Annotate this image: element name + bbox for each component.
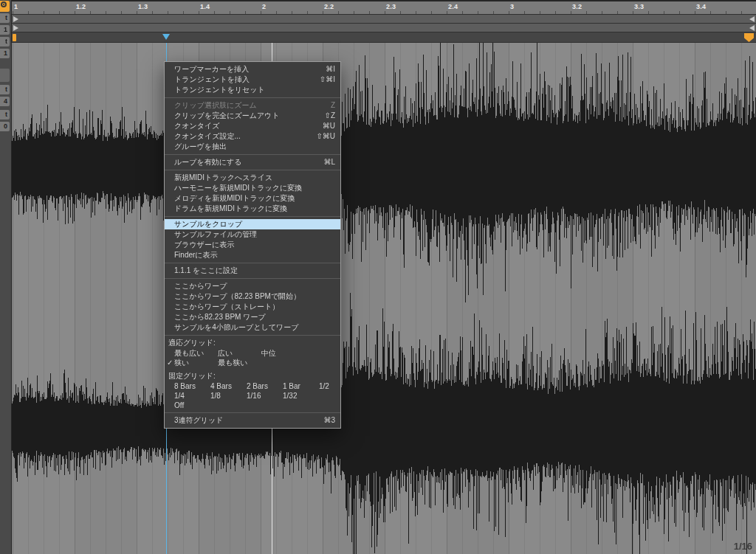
rail-button[interactable]: 4 [0, 97, 10, 106]
context-menu-item[interactable]: ワープマーカーを挿入⌘I [165, 64, 340, 75]
context-menu-item[interactable]: ドラムを新規MIDIトラックに変換 [165, 204, 340, 214]
context-menu-section: 適応グリッド:最も広い広い中位狭い✓最も狭い固定グリッド:8 Bars4 Bar… [165, 335, 340, 412]
beat-label: 2.3 [386, 3, 396, 10]
context-menu-section: ここからワープここからワープ（82.23 BPMで開始）ここからワープ（ストレー… [165, 278, 340, 335]
loop-toggle-icon[interactable] [0, 1, 10, 12]
context-menu-item[interactable]: トランジェントをリセット [165, 85, 340, 95]
beat-label: 2.4 [448, 3, 458, 10]
grid-option[interactable]: 1 Bar [283, 381, 319, 391]
menu-item-label: トランジェントを挿入 [174, 75, 250, 85]
context-menu-item[interactable]: ここから82.23 BPM ワープ [165, 312, 340, 322]
menu-item-label: メロディを新規MIDIトラックに変換 [174, 193, 295, 204]
grid-section-label: 適応グリッド: [165, 338, 340, 348]
grid-option[interactable]: 中位 [261, 348, 305, 358]
context-menu-item[interactable]: ここからワープ（82.23 BPMで開始） [165, 291, 340, 302]
context-menu-item[interactable]: グルーヴを抽出 [165, 142, 340, 152]
rail-button[interactable]: t [0, 13, 10, 23]
marker-lane[interactable] [12, 32, 756, 43]
grid-option[interactable]: 1/32 [283, 391, 319, 401]
warp-marker-icon[interactable] [162, 34, 170, 40]
rail-button[interactable]: 1 [0, 49, 10, 58]
menu-item-label: 新規MIDIトラックへスライス [174, 173, 272, 183]
context-menu-item[interactable]: クリップを完全にズームアウト⇧Z [165, 111, 340, 121]
context-menu-item[interactable]: ここからワープ [165, 281, 340, 291]
context-menu-section: 1.1.1 をここに設定 [165, 263, 340, 278]
rail-button[interactable]: 0 [0, 122, 10, 131]
context-menu-section: 3連符グリッド⌘3 [165, 412, 340, 428]
rail-button[interactable]: 1 [0, 25, 10, 35]
context-menu-section: ループを有効にする⌘L [165, 154, 340, 170]
grid-option[interactable]: 狭い✓ [174, 358, 218, 367]
context-menu-item[interactable]: サンプルファイルの管理 [165, 229, 340, 240]
sample-editor: t1t1t4t0 11.21.31.422.22.32.433.23.33.4 … [0, 0, 756, 554]
rail-button[interactable]: t [0, 110, 10, 120]
loop-end-icon[interactable] [749, 16, 755, 22]
menu-item-shortcut: ⌘L [323, 157, 335, 167]
context-menu-item[interactable]: 新規MIDIトラックへスライス [165, 173, 340, 183]
loop-start-icon[interactable] [13, 25, 18, 31]
grid-option[interactable]: 最も広い [174, 348, 218, 358]
menu-item-shortcut: ⇧⌘U [316, 131, 335, 142]
rail-button[interactable] [0, 69, 10, 82]
beat-label: 3.4 [696, 3, 706, 10]
grid-option[interactable]: 1/4 [174, 391, 210, 401]
context-menu-item[interactable]: クオンタイズ⌘U [165, 121, 340, 131]
context-menu-item[interactable]: 3連符グリッド⌘3 [165, 415, 340, 426]
grid-option-row: Off [165, 401, 340, 410]
grid-option[interactable]: Off [174, 401, 210, 410]
menu-item-label: ここからワープ（82.23 BPMで開始） [174, 291, 300, 302]
context-menu-item[interactable]: クオンタイズ設定...⇧⌘U [165, 131, 340, 142]
context-menu-item[interactable]: サンプルをクロップ [165, 219, 340, 229]
rail-button[interactable]: t [0, 85, 10, 94]
menu-item-label: ここから82.23 BPM ワープ [174, 312, 266, 322]
beat-label: 3 [510, 3, 514, 10]
rail-button[interactable]: t [0, 37, 10, 46]
left-rail: t1t1t4t0 [0, 0, 12, 554]
beat-ruler[interactable]: 11.21.31.422.22.32.433.23.33.4 [12, 0, 756, 14]
sample-start-marker-icon[interactable] [13, 34, 16, 41]
grid-option[interactable]: 1/16 [247, 391, 283, 401]
menu-item-label: Finderに表示 [174, 250, 218, 260]
loop-lane-bottom[interactable] [12, 23, 756, 32]
grid-option[interactable]: 広い [218, 348, 261, 358]
beat-label: 2 [262, 3, 266, 10]
waveform-canvas[interactable] [12, 43, 756, 554]
menu-item-label: グルーヴを抽出 [174, 142, 227, 152]
grid-option[interactable]: 最も狭い [218, 358, 261, 367]
context-menu-item[interactable]: ハーモニーを新規MIDIトラックに変換 [165, 183, 340, 193]
context-menu-item[interactable]: トランジェントを挿入⇧⌘I [165, 75, 340, 85]
beat-label: 1.4 [200, 3, 210, 10]
menu-item-shortcut: ⌘U [323, 121, 335, 131]
context-menu-item[interactable]: 1.1.1 をここに設定 [165, 266, 340, 276]
grid-option[interactable]: 4 Bars [210, 381, 247, 391]
menu-item-label: クオンタイズ [174, 121, 219, 131]
beat-label: 1 [14, 3, 18, 10]
loop-start-icon[interactable] [13, 16, 18, 22]
context-menu-item[interactable]: ここからワープ（ストレート） [165, 302, 340, 312]
sample-end-marker-icon[interactable] [744, 33, 754, 42]
grid-option[interactable]: 2 Bars [247, 381, 283, 391]
grid-option[interactable]: 1/8 [210, 391, 247, 401]
context-menu-item[interactable]: Finderに表示 [165, 250, 340, 260]
loop-end-icon[interactable] [749, 25, 755, 31]
menu-item-label: ここからワープ（ストレート） [174, 302, 279, 312]
context-menu-item: クリップ選択肢にズームZ [165, 100, 340, 111]
beat-label: 3.3 [634, 3, 644, 10]
grid-option-row: 1/41/81/161/32 [165, 391, 340, 401]
menu-item-shortcut: Z [331, 100, 335, 111]
grid-option-row: 8 Bars4 Bars2 Bars1 Bar1/2 [165, 381, 340, 391]
menu-item-label: クリップ選択肢にズーム [174, 100, 257, 111]
menu-item-label: 1.1.1 をここに設定 [174, 266, 238, 276]
context-menu-item[interactable]: メロディを新規MIDIトラックに変換 [165, 193, 340, 204]
grid-value-indicator: 1/16 [734, 541, 752, 552]
menu-item-label: サンプルファイルの管理 [174, 229, 257, 240]
grid-option[interactable]: 1/2 [319, 381, 355, 391]
context-menu-item[interactable]: ブラウザーに表示 [165, 240, 340, 250]
menu-item-label: ブラウザーに表示 [174, 240, 234, 250]
loop-lane-top[interactable] [12, 14, 756, 23]
menu-item-label: ここからワープ [174, 281, 227, 291]
grid-option[interactable]: 8 Bars [174, 381, 210, 391]
context-menu-item[interactable]: ループを有効にする⌘L [165, 157, 340, 167]
menu-item-label: サンプルをクロップ [174, 219, 242, 229]
context-menu-item[interactable]: サンプルを4小節ループとしてワープ [165, 322, 340, 333]
